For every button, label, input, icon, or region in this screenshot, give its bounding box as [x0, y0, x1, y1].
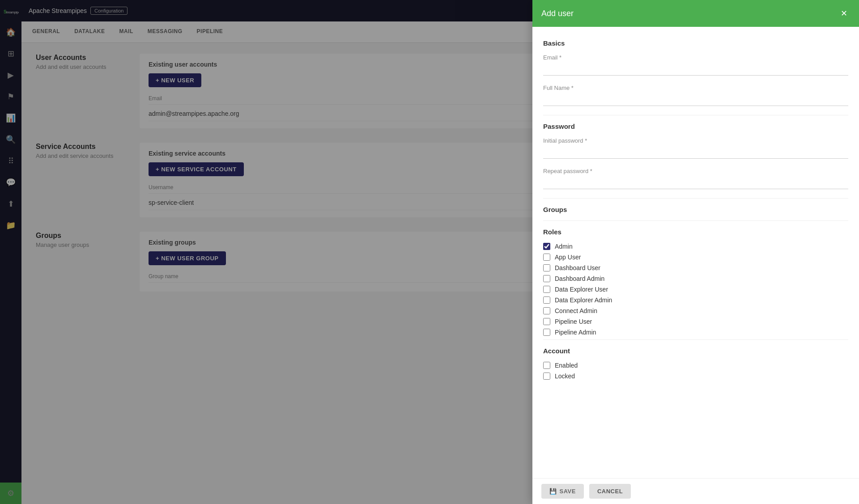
initial-password-field[interactable]	[543, 146, 848, 159]
basics-label: Basics	[543, 39, 848, 47]
role-dashboard-admin-checkbox[interactable]	[543, 275, 550, 282]
account-label: Account	[543, 347, 848, 355]
repeat-password-form-field: Repeat password *	[543, 168, 848, 189]
initial-password-form-field: Initial password *	[543, 137, 848, 159]
divider-2	[543, 198, 848, 199]
role-pipeline-admin-item: Pipeline Admin	[543, 329, 848, 336]
role-dashboard-user-label: Dashboard User	[555, 264, 600, 271]
account-enabled-label: Enabled	[555, 362, 578, 369]
roles-label: Roles	[543, 228, 848, 236]
role-dashboard-user-checkbox[interactable]	[543, 264, 550, 271]
role-dashboard-admin-item: Dashboard Admin	[543, 275, 848, 282]
divider-1	[543, 115, 848, 115]
account-enabled-checkbox[interactable]	[543, 362, 550, 369]
divider-3	[543, 220, 848, 221]
dialog-header: Add user ✕	[532, 0, 859, 27]
fullname-form-field: Full Name *	[543, 85, 848, 106]
save-label: SAVE	[560, 488, 576, 495]
account-enabled-item: Enabled	[543, 362, 848, 369]
role-connect-admin-item: Connect Admin	[543, 307, 848, 314]
add-user-dialog: Add user ✕ Basics Email * Full Name * Pa…	[532, 0, 859, 504]
repeat-password-field[interactable]	[543, 176, 848, 189]
account-options-list: Enabled Locked	[543, 362, 848, 380]
save-icon: 💾	[549, 488, 557, 495]
role-dashboard-admin-label: Dashboard Admin	[555, 275, 604, 282]
cancel-button[interactable]: CANCEL	[589, 484, 631, 499]
repeat-password-label: Repeat password *	[543, 168, 848, 174]
initial-password-label: Initial password *	[543, 137, 848, 144]
email-form-field: Email *	[543, 54, 848, 76]
role-dashboard-user-item: Dashboard User	[543, 264, 848, 271]
role-data-explorer-admin-checkbox[interactable]	[543, 296, 550, 304]
account-locked-checkbox[interactable]	[543, 373, 550, 380]
role-data-explorer-admin-label: Data Explorer Admin	[555, 296, 612, 304]
role-connect-admin-checkbox[interactable]	[543, 307, 550, 314]
role-admin-checkbox[interactable]	[543, 243, 550, 250]
role-data-explorer-user-checkbox[interactable]	[543, 286, 550, 293]
role-pipeline-user-label: Pipeline User	[555, 318, 592, 325]
dialog-close-button[interactable]: ✕	[838, 7, 850, 20]
role-data-explorer-user-item: Data Explorer User	[543, 286, 848, 293]
role-app-user-checkbox[interactable]	[543, 254, 550, 261]
role-app-user-label: App User	[555, 254, 581, 261]
role-pipeline-admin-checkbox[interactable]	[543, 329, 550, 336]
role-pipeline-user-item: Pipeline User	[543, 318, 848, 325]
dialog-body: Basics Email * Full Name * Password Init…	[532, 27, 859, 478]
role-admin-item: Admin	[543, 243, 848, 250]
divider-4	[543, 339, 848, 340]
role-data-explorer-user-label: Data Explorer User	[555, 286, 608, 293]
role-pipeline-admin-label: Pipeline Admin	[555, 329, 596, 336]
role-admin-label: Admin	[555, 243, 573, 250]
fullname-label: Full Name *	[543, 85, 848, 91]
save-button[interactable]: 💾 SAVE	[541, 484, 584, 499]
dialog-footer: 💾 SAVE CANCEL	[532, 478, 859, 504]
password-label: Password	[543, 123, 848, 130]
roles-list: Admin App User Dashboard User Dashboard …	[543, 243, 848, 336]
dialog-title: Add user	[541, 9, 574, 18]
role-app-user-item: App User	[543, 254, 848, 261]
email-label: Email *	[543, 54, 848, 61]
groups-section-label: Groups	[543, 206, 848, 213]
role-pipeline-user-checkbox[interactable]	[543, 318, 550, 325]
role-connect-admin-label: Connect Admin	[555, 307, 597, 314]
account-locked-label: Locked	[555, 373, 575, 380]
account-locked-item: Locked	[543, 373, 848, 380]
email-field[interactable]	[543, 63, 848, 76]
role-data-explorer-admin-item: Data Explorer Admin	[543, 296, 848, 304]
fullname-field[interactable]	[543, 93, 848, 106]
